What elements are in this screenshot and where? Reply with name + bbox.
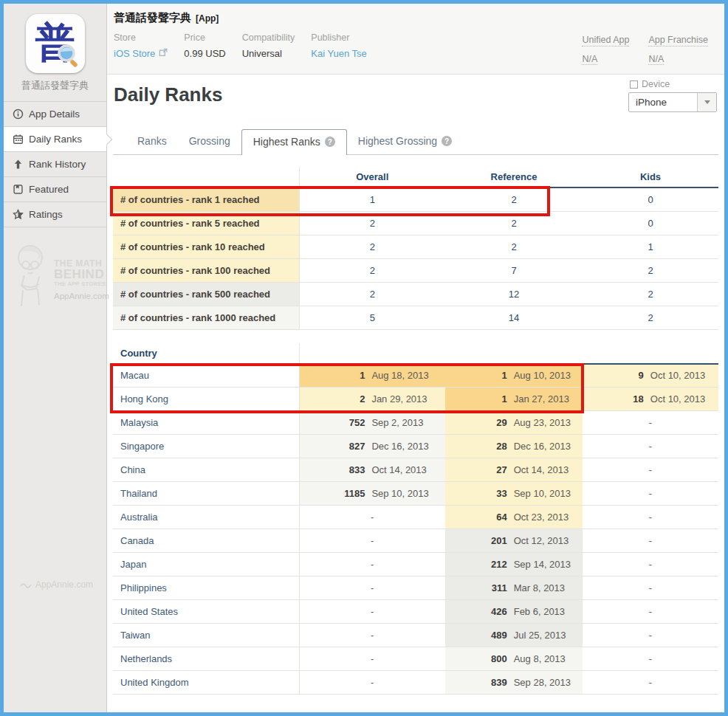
rank-date-value: Oct 10, 2013 (650, 370, 705, 381)
device-select-arrow-box[interactable] (697, 93, 716, 111)
summary-row-label: # of countries - rank 5 reached (113, 211, 299, 235)
tabs-bar: RanksGrossingHighest Ranks?Highest Gross… (113, 128, 718, 155)
summary-value: 2 (583, 306, 718, 329)
rank-cell-empty: - (299, 624, 445, 647)
sidebar-item-ratings[interactable]: Ratings (4, 202, 106, 227)
rank-date: 212Sep 14, 2013 (445, 559, 583, 570)
country-header-row: Country (113, 343, 718, 364)
chevron-down-icon (704, 100, 710, 104)
app-title-suffix: [App] (196, 13, 219, 24)
rank-date: 18Oct 10, 2013 (583, 393, 718, 405)
country-name: Macau (113, 364, 299, 388)
rank-value: 201 (445, 535, 507, 546)
sidebar-item-rank-history[interactable]: Rank History (4, 152, 106, 177)
rank-date-value: Oct 14, 2013 (371, 464, 426, 475)
rank-cell: 28Dec 16, 2013 (445, 435, 583, 458)
summary-value: 2 (445, 187, 583, 211)
device-label: Device (642, 79, 670, 89)
summary-value: 1 (583, 235, 718, 258)
app-right-meta: Unified AppN/AApp FranchiseN/A (582, 32, 708, 65)
rank-cell: 833Oct 14, 2013 (299, 458, 445, 482)
country-row: Malaysia752Sep 2, 201329Aug 23, 2013- (113, 411, 718, 435)
tab-ranks[interactable]: Ranks (126, 128, 178, 154)
sidebar: 普 普通話發聲字典 App DetailsDaily RanksRank His… (4, 4, 107, 712)
main-panel: 普通話發聲字典 [App] StoreiOS StorePrice0.99 US… (107, 4, 724, 712)
swoosh-icon (20, 581, 32, 588)
country-table: Country Macau1Aug 18, 20131Aug 10, 20139… (113, 343, 718, 695)
summary-value: 12 (445, 282, 583, 306)
rank-date-value: Sep 10, 2013 (514, 488, 571, 499)
summary-table: Overall Reference Kids # of countries - … (113, 167, 718, 330)
rank-date: 29Aug 23, 2013 (445, 417, 583, 428)
rank-date: 64Oct 23, 2013 (445, 512, 583, 523)
device-checkbox[interactable] (630, 80, 638, 89)
rank-value: 212 (445, 559, 507, 570)
rank-date: 28Dec 16, 2013 (445, 441, 583, 452)
rank-value: 9 (583, 370, 644, 381)
country-row: Macau1Aug 18, 20131Aug 10, 20139Oct 10, … (113, 364, 718, 388)
rank-cell: 29Aug 23, 2013 (445, 411, 583, 435)
watermark-text: THE MATH BEHIND THE APP STORES AppAnnie.… (54, 259, 109, 300)
app-icon: 普 (26, 14, 85, 73)
meta-value-text: Kai Yuen Tse (311, 48, 366, 59)
country-name: Hong Kong (113, 388, 299, 411)
meta-label: Compatibility (242, 32, 295, 43)
rank-cell: 212Sep 14, 2013 (445, 553, 583, 576)
rank-date: 426Feb 6, 2013 (445, 606, 583, 617)
device-select-value: iPhone (629, 97, 697, 108)
rank-date-value: Sep 28, 2013 (514, 677, 571, 688)
meta-label: Publisher (311, 32, 366, 43)
rank-date: 839Sep 28, 2013 (445, 677, 583, 688)
rank-value: 827 (300, 441, 365, 452)
sidebar-item-app-details[interactable]: App Details (4, 102, 106, 127)
device-label-row: Device (628, 79, 717, 89)
rank-date: 827Dec 16, 2013 (300, 441, 446, 452)
rank-cell-empty: - (299, 671, 445, 695)
rank-date-value: Sep 2, 2013 (371, 417, 423, 428)
rank-cell-empty: - (583, 458, 718, 482)
right-meta-item-app-franchise: App FranchiseN/A (648, 32, 708, 65)
rank-value: 833 (300, 464, 365, 475)
meta-item-publisher: PublisherKai Yuen Tse (311, 32, 366, 59)
country-name: Singapore (113, 435, 299, 458)
summary-value: 2 (445, 235, 583, 258)
tab-grossing[interactable]: Grossing (178, 128, 241, 154)
tab-highest-ranks[interactable]: Highest Ranks? (241, 129, 347, 155)
rank-cell-empty: - (583, 435, 718, 458)
country-header-label: Country (113, 343, 299, 364)
sidebar-item-featured[interactable]: Featured (4, 177, 106, 202)
help-icon[interactable]: ? (442, 136, 452, 146)
country-name: Taiwan (113, 624, 299, 647)
meta-value-link[interactable]: Kai Yuen Tse (311, 48, 366, 59)
meta-item-store: StoreiOS Store (114, 32, 168, 59)
help-icon[interactable]: ? (325, 137, 335, 147)
rank-date: 489Jul 25, 2013 (445, 630, 583, 641)
summary-row-label: # of countries - rank 1 reached (113, 187, 299, 211)
meta-value-text: 0.99 USD (184, 48, 225, 59)
rank-cell: 64Oct 23, 2013 (445, 506, 583, 529)
right-meta-item-unified-app: Unified AppN/A (582, 32, 629, 65)
rank-date-value: Aug 8, 2013 (514, 653, 566, 664)
country-name: Thailand (113, 482, 299, 506)
app-meta-row: StoreiOS StorePrice0.99 USDCompatibility… (114, 32, 712, 65)
rank-value: 311 (445, 582, 507, 593)
rank-cell: 1Aug 10, 2013 (445, 364, 583, 388)
rank-value: 1 (445, 370, 507, 381)
meta-value-link[interactable]: iOS Store (114, 48, 168, 59)
meta-value: Universal (242, 48, 295, 59)
rank-date: 27Oct 14, 2013 (445, 464, 583, 475)
country-name: Philippines (113, 576, 299, 600)
tab-highest-grossing[interactable]: Highest Grossing? (347, 128, 463, 154)
meta-item-compatibility: CompatibilityUniversal (242, 32, 295, 59)
device-block: Device iPhone (628, 79, 717, 112)
device-select[interactable]: iPhone (628, 92, 717, 112)
sidebar-item-label: Daily Ranks (29, 134, 82, 145)
rank-cell-empty: - (583, 529, 718, 553)
rank-value: 800 (445, 653, 507, 664)
rank-date-value: Oct 14, 2013 (514, 464, 569, 475)
star-icon (13, 209, 24, 220)
country-row: Singapore827Dec 16, 201328Dec 16, 2013- (113, 435, 718, 458)
sidebar-item-daily-ranks[interactable]: Daily Ranks (4, 127, 106, 152)
summary-value: 0 (583, 211, 718, 235)
country-name: Australia (113, 506, 299, 529)
